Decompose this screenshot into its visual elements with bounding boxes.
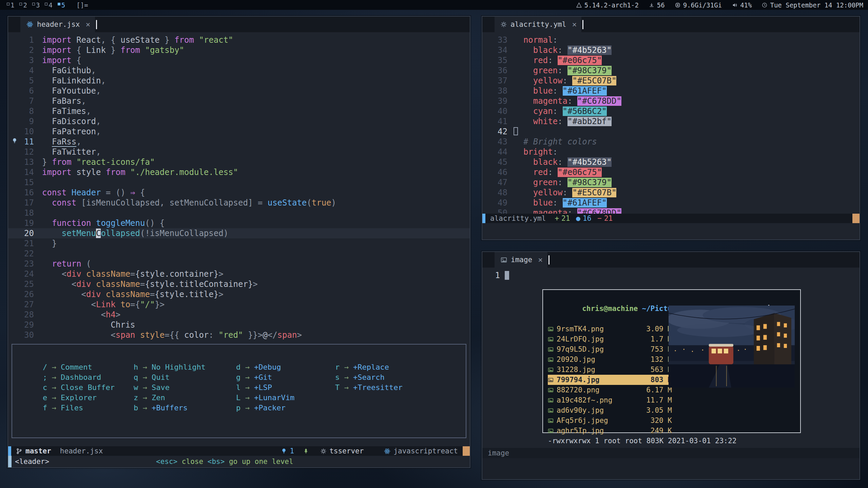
code-line-10[interactable]: 10 FaPatreon,	[8, 126, 470, 137]
code-line-16[interactable]: 16const Header = () ⇒ {	[8, 188, 470, 198]
code-line-1[interactable]: 1import React, { useState } from "react"	[8, 35, 470, 45]
file-row[interactable]: 799794.jpg803 K	[548, 375, 672, 385]
code-line-12[interactable]: 12 FaTwitter,	[8, 147, 470, 157]
file-row[interactable]: AFq5r6j.jpeg320 K	[548, 415, 672, 426]
workspace-tag-4[interactable]: 4	[43, 1, 55, 9]
code-line-44[interactable]: 44 bright:	[482, 147, 860, 157]
keybinding-/[interactable]: / → Comment	[43, 362, 134, 372]
code-line-35[interactable]: 35 red: "#e06c75"	[482, 55, 860, 65]
code-line-11[interactable]: 11 FaRss,	[8, 137, 470, 147]
code-line-45[interactable]: 45 black: "#4b5263"	[482, 157, 860, 167]
code-line-25[interactable]: 25 <div className={style.titleContainer}…	[8, 279, 470, 289]
keybinding-f[interactable]: f → Files	[43, 403, 134, 413]
keybinding-g[interactable]: g → +Git	[236, 372, 335, 383]
code-line-41[interactable]: 41 white: "#abb2bf"	[482, 116, 860, 126]
keybinding-L[interactable]: L → +LunarVim	[236, 393, 335, 403]
code-line-42[interactable]: 42	[482, 126, 860, 137]
tab-close-icon[interactable]: ×	[572, 20, 577, 29]
keybinding-;[interactable]: ; → Dashboard	[43, 372, 134, 383]
code-line-29[interactable]: 29 Chris	[8, 320, 470, 330]
keybinding-r[interactable]: r → +Replace	[335, 362, 403, 372]
keybinding-b[interactable]: b → +Buffers	[134, 403, 236, 413]
code-line-9[interactable]: 9 FaDiscord,	[8, 116, 470, 126]
git-branch[interactable]: master	[16, 447, 51, 455]
image-buffer[interactable]: 1 chris@machine~/Pictures/wallpapers/799…	[482, 268, 860, 448]
keybinding-d[interactable]: d → +Debug	[236, 362, 335, 372]
keybinding-q[interactable]: q → Quit	[134, 372, 236, 383]
code-line-15[interactable]: 15	[8, 177, 470, 188]
wallpaper-thumbnail	[669, 306, 795, 388]
file-row[interactable]: a19c482f~.png11.7 M	[548, 395, 672, 405]
line-number: 41	[482, 116, 514, 126]
keybinding-z[interactable]: z → Zen	[134, 393, 236, 403]
tab-close-icon[interactable]: ×	[538, 255, 543, 264]
workspace-tag-1[interactable]: 1	[5, 1, 17, 9]
tab-close-icon[interactable]: ×	[85, 20, 90, 29]
line-number: 20	[8, 228, 42, 238]
keybinding-h[interactable]: h → No Highlight	[134, 362, 236, 372]
code-line-36[interactable]: 36 green: "#98C379"	[482, 65, 860, 76]
keybinding-c[interactable]: c → Close Buffer	[43, 383, 134, 393]
code-area[interactable]: 33 normal:34 black: "#4b5263"35 red: "#e…	[482, 32, 860, 214]
code-line-34[interactable]: 34 black: "#4b5263"	[482, 45, 860, 55]
code-line-28[interactable]: 28 <h4>	[8, 310, 470, 320]
code-line-20[interactable]: 20 setMenuCollapsed(!isMenuCollapsed)	[8, 228, 470, 238]
file-row[interactable]: 31228.jpg563 K	[548, 365, 672, 375]
code-line-3[interactable]: 3import {	[8, 55, 470, 65]
tab-header-jsx[interactable]: header.jsx ×	[20, 17, 95, 32]
file-row[interactable]: ad6v90y.jpg3.05 M	[548, 405, 672, 415]
tab-alacritty-yml[interactable]: alacritty.yml ×	[495, 17, 581, 32]
code-line-4[interactable]: 4 FaGithub,	[8, 65, 470, 76]
code-line-50[interactable]: 50 magenta: "#C678DD"	[482, 208, 860, 214]
code-line-27[interactable]: 27 <Link to={"/"}>	[8, 299, 470, 310]
keybinding-T[interactable]: T → +Treesitter	[335, 383, 403, 393]
file-row[interactable]: 24LrDFQ.jpg1.7 M	[548, 334, 672, 344]
code-line-33[interactable]: 33 normal:	[482, 35, 860, 45]
file-row[interactable]: 20920.jpg132 K	[548, 354, 672, 365]
line-number: 6	[8, 86, 42, 96]
code-line-14[interactable]: 14import style from "./header.module.les…	[8, 167, 470, 177]
code-line-6[interactable]: 6 FaYoutube,	[8, 86, 470, 96]
code-line-7[interactable]: 7 FaBars,	[8, 96, 470, 106]
keybinding-s[interactable]: s → +Search	[335, 372, 403, 383]
layout-indicator[interactable]: []=	[76, 1, 88, 9]
code-line-40[interactable]: 40 cyan: "#56B6C2"	[482, 106, 860, 116]
code-line-5[interactable]: 5 FaLinkedin,	[8, 76, 470, 86]
code-line-30[interactable]: 30 <span style={{ color: "red" }}>@</spa…	[8, 330, 470, 340]
code-line-39[interactable]: 39 magenta: "#C678DD"	[482, 96, 860, 106]
keybinding-e[interactable]: e → Explorer	[43, 393, 134, 403]
code-line-17[interactable]: 17 const [isMenuCollapsed, setMenuCollap…	[8, 198, 470, 208]
code-line-47[interactable]: 47 green: "#98C379"	[482, 177, 860, 188]
keybinding-l[interactable]: l → +LSP	[236, 383, 335, 393]
code-line-24[interactable]: 24 <div className={style.container}>	[8, 269, 470, 279]
file-row[interactable]: 9rsmTK4.png3.09 M	[548, 324, 672, 334]
code-line-1[interactable]: 1	[482, 270, 860, 280]
code-line-2[interactable]: 2import { Link } from "gatsby"	[8, 45, 470, 55]
tab-image[interactable]: image ×	[495, 252, 547, 268]
code-area[interactable]: 1import React, { useState } from "react"…	[8, 32, 470, 340]
code-line-22[interactable]: 22	[8, 249, 470, 259]
file-row[interactable]: 882720.png6.17 M	[548, 385, 672, 395]
file-row[interactable]: 97q9L5D.jpg753 K	[548, 344, 672, 354]
code-line-8[interactable]: 8 FaTimes,	[8, 106, 470, 116]
code-line-19[interactable]: 19 function toggleMenu() {	[8, 218, 470, 228]
code-line-26[interactable]: 26 <div className={style.title}>	[8, 289, 470, 299]
command-line[interactable]: <leader> <esc> close <bs> go up one leve…	[8, 456, 470, 467]
file-row[interactable]: aghr5Ip.jpg249 K	[548, 426, 672, 436]
diagnostics-info[interactable]: 1	[281, 447, 294, 455]
code-line-43[interactable]: 43 # Bright colors	[482, 137, 860, 147]
code-line-13[interactable]: 13} from "react-icons/fa"	[8, 157, 470, 167]
code-line-38[interactable]: 38 blue: "#61AFEF"	[482, 86, 860, 96]
workspace-tag-3[interactable]: 3	[30, 1, 43, 9]
keybinding-p[interactable]: p → +Packer	[236, 403, 335, 413]
code-line-23[interactable]: 23 return (	[8, 259, 470, 269]
code-line-21[interactable]: 21 }	[8, 238, 470, 249]
code-line-48[interactable]: 48 yellow: "#E5C07B"	[482, 188, 860, 198]
code-line-46[interactable]: 46 red: "#e06c75"	[482, 167, 860, 177]
code-line-49[interactable]: 49 blue: "#61AFEF"	[482, 198, 860, 208]
keybinding-w[interactable]: w → Save	[134, 383, 236, 393]
workspace-tag-5[interactable]: 5	[56, 1, 68, 9]
workspace-tag-2[interactable]: 2	[17, 1, 30, 9]
code-line-18[interactable]: 18	[8, 208, 470, 218]
code-line-37[interactable]: 37 yellow: "#E5C07B"	[482, 76, 860, 86]
